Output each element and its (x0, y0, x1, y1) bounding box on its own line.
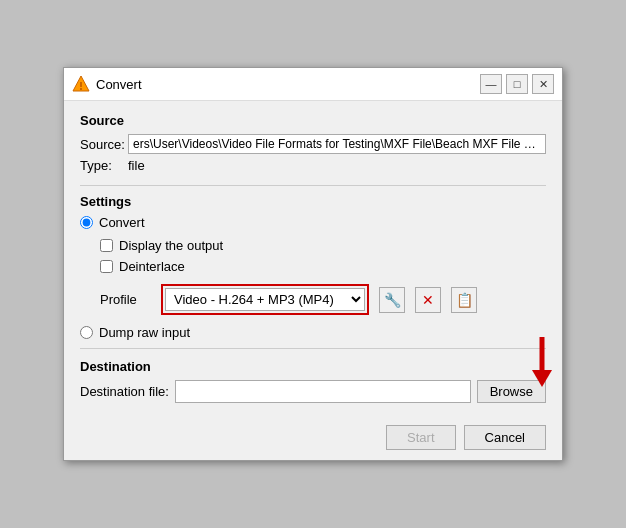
dest-file-label: Destination file: (80, 384, 169, 399)
display-output-label: Display the output (119, 238, 223, 253)
dest-file-input[interactable] (175, 380, 471, 403)
bottom-bar: Start Cancel (64, 415, 562, 460)
dump-radio[interactable] (80, 326, 93, 339)
dest-row: Destination file: Browse (80, 380, 546, 403)
profile-row: Profile Video - H.264 + MP3 (MP4) Video … (100, 284, 546, 315)
profile-label: Profile (100, 292, 155, 307)
source-label: Source: (80, 137, 122, 152)
source-path: ers\User\Videos\Video File Formats for T… (128, 134, 546, 154)
minimize-button[interactable]: — (480, 74, 502, 94)
dump-label: Dump raw input (99, 325, 190, 340)
source-row: Source: ers\User\Videos\Video File Forma… (80, 134, 546, 154)
profile-select[interactable]: Video - H.264 + MP3 (MP4) Video - H.265 … (165, 288, 365, 311)
browse-button[interactable]: Browse (477, 380, 546, 403)
destination-section: Destination Destination file: Browse (80, 359, 546, 403)
window-title: Convert (96, 77, 480, 92)
display-output-checkbox[interactable] (100, 239, 113, 252)
cancel-button[interactable]: Cancel (464, 425, 546, 450)
svg-rect-1 (80, 82, 82, 87)
type-label: Type: (80, 158, 122, 173)
profile-select-wrapper: Video - H.264 + MP3 (MP4) Video - H.265 … (161, 284, 369, 315)
window-content: Source Source: ers\User\Videos\Video Fil… (64, 101, 562, 415)
convert-radio[interactable] (80, 216, 93, 229)
convert-radio-label: Convert (99, 215, 145, 230)
type-value: file (128, 158, 145, 173)
source-section-label: Source (80, 113, 546, 128)
close-button[interactable]: ✕ (532, 74, 554, 94)
type-row: Type: file (80, 158, 546, 173)
convert-radio-row: Convert (80, 215, 546, 230)
window-controls: — □ ✕ (480, 74, 554, 94)
settings-section: Settings Convert Display the output Dein… (80, 194, 546, 340)
deinterlace-label: Deinterlace (119, 259, 185, 274)
convert-window: Convert — □ ✕ Source Source: ers\User\Vi… (63, 67, 563, 461)
display-output-row: Display the output (100, 238, 546, 253)
dump-radio-row: Dump raw input (80, 325, 546, 340)
source-section: Source Source: ers\User\Videos\Video Fil… (80, 113, 546, 173)
svg-rect-2 (80, 88, 82, 90)
divider-2 (80, 348, 546, 349)
settings-section-label: Settings (80, 194, 546, 209)
title-bar: Convert — □ ✕ (64, 68, 562, 101)
deinterlace-row: Deinterlace (100, 259, 546, 274)
app-icon (72, 75, 90, 93)
start-button[interactable]: Start (386, 425, 455, 450)
deinterlace-checkbox[interactable] (100, 260, 113, 273)
maximize-button[interactable]: □ (506, 74, 528, 94)
dest-section-label: Destination (80, 359, 546, 374)
profile-new-button[interactable]: 📋 (451, 287, 477, 313)
profile-settings-button[interactable]: 🔧 (379, 287, 405, 313)
divider-1 (80, 185, 546, 186)
profile-delete-button[interactable]: ✕ (415, 287, 441, 313)
